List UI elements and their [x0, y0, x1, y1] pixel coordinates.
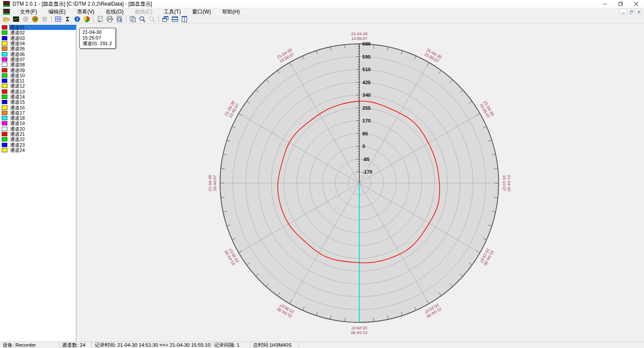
channel-item-18[interactable]: 通道18 [0, 115, 76, 121]
channel-item-09[interactable]: 通道09 [0, 67, 76, 72]
channel-label: 通道24 [9, 148, 76, 153]
open-folder-icon [3, 16, 10, 23]
record-button[interactable] [30, 15, 40, 23]
tile-horizontal-icon [171, 16, 178, 23]
tooltip-value: 通道01: 291.2 [82, 41, 112, 46]
export-icon [97, 16, 104, 23]
cascade-windows-icon [162, 16, 169, 23]
minimize-button[interactable] [597, 0, 613, 8]
cascade-windows-button[interactable] [161, 15, 170, 23]
channel-item-24[interactable]: 通道24 [0, 148, 76, 153]
data-view-button[interactable] [11, 15, 21, 23]
value-axis-label: 425 [362, 80, 371, 85]
channel-color-swatch [2, 79, 7, 83]
stop-button [40, 15, 49, 23]
channel-label: 通道09 [9, 67, 76, 72]
close-button[interactable] [628, 0, 644, 8]
mdi-restore-button[interactable] [628, 9, 634, 15]
channel-item-12[interactable]: 通道12 [0, 83, 76, 89]
channel-item-07[interactable]: 通道07 [0, 57, 76, 62]
channel-item-13[interactable]: 通道13 [0, 89, 76, 94]
channel-item-19[interactable]: 通道19 [0, 121, 76, 126]
channel-item-04[interactable]: 通道04 [0, 41, 76, 46]
channel-color-swatch [2, 68, 7, 72]
channel-label: 通道08 [9, 62, 76, 67]
channel-item-14[interactable]: 通道14 [0, 94, 76, 99]
channel-label: 通道13 [9, 89, 76, 94]
menu-online[interactable]: 在线(O) [100, 8, 129, 15]
zoom-in-button[interactable] [138, 15, 147, 23]
print-button[interactable] [105, 15, 115, 23]
channel-item-17[interactable]: 通道17 [0, 110, 76, 115]
app-icon [3, 1, 10, 7]
channel-color-swatch [2, 100, 7, 104]
table-view-button[interactable] [53, 15, 63, 23]
table-view-icon [55, 16, 62, 23]
value-axis-label: 340 [362, 92, 371, 98]
pie-chart-button[interactable] [82, 15, 92, 23]
open-folder-button[interactable] [2, 15, 11, 23]
channel-item-21[interactable]: 通道21 [0, 131, 76, 137]
print-preview-button[interactable] [115, 15, 124, 23]
tile-vertical-button[interactable] [180, 15, 189, 23]
channel-item-02[interactable]: 通道02 [0, 30, 76, 35]
mdi-child-icon[interactable] [3, 9, 10, 14]
channel-item-03[interactable]: 通道03 [0, 36, 76, 41]
tile-horizontal-button[interactable] [170, 15, 180, 23]
channel-color-swatch [2, 62, 7, 67]
status-channel-count: 通道数: 24 [59, 342, 92, 348]
export-button[interactable] [95, 15, 105, 23]
channel-label: 通道17 [9, 110, 76, 115]
menu-help[interactable]: 帮助(H) [217, 8, 246, 15]
status-total-time: 总时间:1H3M40S [250, 342, 299, 348]
channel-item-16[interactable]: 通道16 [0, 105, 76, 110]
stop-icon [41, 16, 48, 23]
menu-view[interactable]: 查看(V) [71, 8, 100, 15]
svg-text:15:40:07: 15:40:07 [212, 175, 217, 191]
menu-window[interactable]: 窗口(W) [187, 8, 217, 15]
menu-tools[interactable]: 工具(T) [158, 8, 186, 15]
channel-label: 通道03 [9, 36, 76, 41]
mdi-minimize-button[interactable] [620, 9, 627, 15]
menu-edit[interactable]: 编辑(E) [43, 8, 71, 15]
value-axis-label: 510 [362, 67, 371, 72]
main-content: 通道01通道02通道03通道04通道05通道06通道07通道08通道09通道10… [0, 23, 644, 341]
channel-item-01[interactable]: 通道01 [0, 25, 76, 30]
channel-color-swatch [2, 73, 7, 78]
channel-item-11[interactable]: 通道11 [0, 78, 76, 83]
channel-color-swatch [2, 111, 7, 115]
time-label: 21-04-3015:40:07 [207, 175, 217, 191]
copy-icon [129, 16, 136, 23]
menu-file[interactable]: 文件(F) [14, 8, 43, 15]
channel-item-08[interactable]: 通道08 [0, 62, 76, 67]
channel-item-22[interactable]: 通道22 [0, 137, 76, 142]
copy-button[interactable] [128, 15, 138, 23]
sum-button[interactable]: Σ [63, 15, 72, 23]
mdi-close-button[interactable] [635, 9, 642, 15]
tooltip-date: 21-04-30 [82, 30, 112, 35]
polar-disc-chart[interactable]: 680595510425340255170850-85-17021-04-301… [76, 23, 644, 341]
tooltip-time: 15:25:07 [82, 35, 112, 41]
channel-item-23[interactable]: 通道23 [0, 142, 76, 148]
channel-label: 通道19 [9, 121, 76, 126]
toolbar: Σi [0, 15, 644, 23]
window-title: DTM 2.0.1 - [圆盘显示] [C:\DTM 2.0.2\RealDat… [13, 0, 152, 8]
channel-item-06[interactable]: 通道06 [0, 51, 76, 56]
zoom-reset-button [147, 15, 157, 23]
menu-curve: 曲线(C) [129, 8, 158, 15]
channel-label: 通道22 [9, 137, 76, 142]
restore-button[interactable] [613, 0, 628, 8]
channel-item-10[interactable]: 通道10 [0, 73, 76, 78]
mdi-minimize-icon [621, 10, 625, 14]
print-preview-icon [116, 16, 123, 23]
channel-color-swatch [2, 105, 7, 110]
channel-item-20[interactable]: 通道20 [0, 126, 76, 131]
value-axis-label: -170 [362, 169, 372, 174]
channel-color-swatch [2, 52, 7, 56]
status-device: 设备: Recorder [0, 342, 59, 348]
value-axis-label: -85 [362, 157, 370, 162]
channel-item-05[interactable]: 通道05 [0, 46, 76, 51]
channel-item-15[interactable]: 通道15 [0, 99, 76, 105]
info-button[interactable]: i [72, 15, 82, 23]
channel-color-swatch [2, 95, 7, 99]
